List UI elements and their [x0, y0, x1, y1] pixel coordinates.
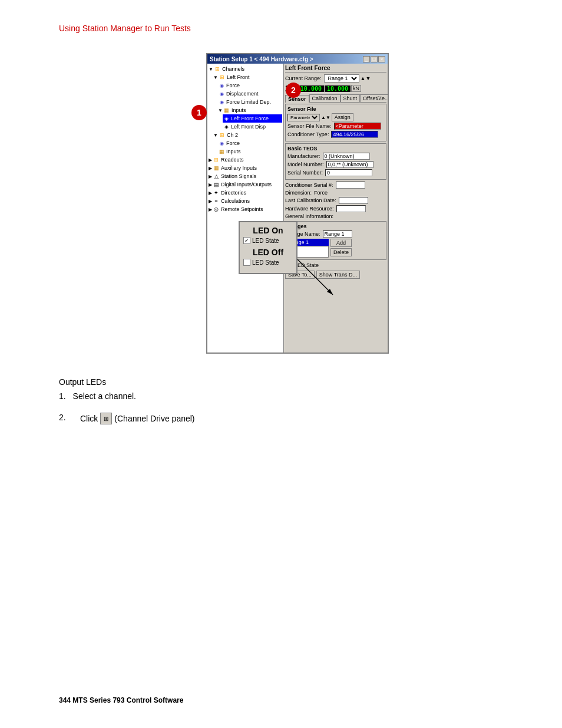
close-button[interactable]: × — [378, 56, 385, 62]
range-name-input[interactable] — [323, 230, 352, 238]
param-spinner[interactable]: ▲▼ — [321, 115, 330, 120]
dimension-row: Dimension: Force — [285, 190, 386, 196]
expand-icon: ▶ — [209, 207, 212, 212]
channels-icon: ⊞ — [214, 65, 221, 73]
tree-label-force-limited: Force Limited Dep. — [226, 99, 271, 105]
serial-row: Serial Number: 0 — [287, 169, 384, 176]
expand-icon: ▶ — [209, 174, 212, 179]
conditioner-type-label: Conditioner Type: — [287, 131, 329, 137]
ranges-title: Ranges — [287, 223, 384, 229]
tree-label-displacement: Displacement — [226, 91, 259, 97]
tab-calibration[interactable]: Calibration — [309, 94, 340, 102]
maximize-button[interactable]: □ — [371, 56, 378, 62]
tab-shunt[interactable]: Shunt — [340, 94, 361, 102]
tree-label-ch2-inputs: Inputs — [226, 149, 241, 154]
tree-item-left-front-force[interactable]: ◈ Left Front Force — [223, 114, 282, 123]
serial-value: 0 — [325, 169, 372, 176]
last-cal-input[interactable] — [339, 197, 368, 204]
left-front-disp-icon: ◈ — [223, 123, 230, 130]
manufacturer-row: Manufacturer: 0 (Unknown) — [287, 153, 384, 160]
readouts-icon: ⊞ — [213, 156, 220, 163]
model-row: Model Number: 0,0,** (Unknown) — [287, 161, 384, 168]
panel-title: Left Front Force — [285, 65, 386, 73]
tree-label-station-signals: Station Signals — [221, 173, 256, 179]
screenshot-container: Station Setup 1 < 494 Hardware.cfg > _ □… — [206, 53, 389, 354]
step2-rest-text: (Channel Drive panel) — [114, 414, 194, 423]
led-off-checkbox[interactable] — [243, 259, 250, 266]
led-on-checkbox-row: LED State — [243, 237, 293, 244]
sensor-file-title: Sensor File — [287, 106, 384, 112]
assign-button[interactable]: Assign — [332, 113, 353, 121]
tree-item-force-limited[interactable]: ◉ Force Limited Dep. — [218, 98, 282, 106]
tree-item-calculations[interactable]: ▶ ≡ Calculations — [209, 197, 282, 205]
tree-item-remote-setpoints[interactable]: ▶ ◎ Remote Setpoints — [209, 205, 282, 213]
minimize-button[interactable]: _ — [363, 56, 370, 62]
tree-label-left-front-force: Left Front Force — [231, 116, 269, 121]
tree-item-digital-io[interactable]: ▶ ▤ Digital Inputs/Outputs — [209, 180, 282, 189]
window-title: Station Setup 1 < 494 Hardware.cfg > — [210, 56, 313, 62]
calculations-icon: ≡ — [213, 197, 220, 205]
tree-label-calculations: Calculations — [221, 198, 250, 204]
last-cal-label: Last Calibration Date: — [285, 197, 336, 203]
tree-label-left-front-disp: Left Front Disp — [231, 124, 266, 130]
ch2-force-icon: ◉ — [218, 140, 225, 147]
current-range-row: Current Range: Range 1 ▲▼ — [285, 74, 386, 83]
step2-content: Click ⊞ (Channel Drive panel) — [80, 413, 195, 424]
tree-label-digital-io: Digital Inputs/Outputs — [221, 182, 272, 187]
force-icon: ◉ — [218, 82, 225, 89]
remote-setpoints-icon: ◎ — [213, 206, 220, 213]
step2-click-text: Click — [80, 414, 98, 423]
right-panel: Left Front Force Current Range: Range 1 … — [284, 64, 388, 353]
tree-item-left-front-disp[interactable]: ◈ Left Front Disp — [223, 123, 282, 131]
model-value: 0,0,** (Unknown) — [326, 161, 373, 168]
digital-io-icon: ▤ — [213, 181, 220, 188]
tab-offset[interactable]: Offset/Ze... — [360, 94, 388, 102]
expand-icon: ▶ — [209, 157, 212, 163]
current-range-select[interactable]: Range 1 — [324, 74, 359, 83]
led-on-checkbox[interactable] — [243, 237, 250, 244]
tree-item-ch2-inputs[interactable]: ▦ Inputs — [218, 147, 282, 156]
teds-group: Basic TEDS Manufacturer: 0 (Unknown) Mod… — [285, 143, 386, 180]
expand-icon: ▼ — [218, 108, 223, 113]
param-sets-select[interactable]: Parameter Sets — [287, 114, 320, 121]
window-controls: _ □ × — [363, 56, 385, 62]
manufacturer-label: Manufacturer: — [287, 153, 320, 159]
tree-item-force[interactable]: ◉ Force — [218, 81, 282, 90]
last-cal-row: Last Calibration Date: — [285, 197, 386, 204]
aux-inputs-icon: ▦ — [213, 164, 220, 172]
tree-panel: ▼ ⊞ Channels ▼ ⊞ Left Front ◉ Force — [207, 64, 284, 353]
tree-item-inputs[interactable]: ▼ ▦ Inputs — [218, 106, 282, 114]
page-footer: 344 MTS Series 793 Control Software — [59, 696, 183, 704]
step1-text: Select a channel. — [73, 391, 136, 401]
expand-icon: ▶ — [209, 199, 212, 204]
delete-range-button[interactable]: Delete — [330, 248, 352, 256]
output-leds-label: Output LEDs — [59, 377, 195, 387]
callout-1: 1 — [191, 105, 207, 120]
hw-resource-label: Hardware Resource: — [285, 206, 334, 212]
tree-item-station-signals[interactable]: ▶ △ Station Signals — [209, 172, 282, 180]
expand-icon: ▶ — [209, 190, 212, 196]
hw-resource-input[interactable] — [336, 205, 366, 212]
tree-item-aux-inputs[interactable]: ▶ ▦ Auxiliary Inputs — [209, 164, 282, 172]
tree-item-ch2[interactable]: ▼ ⊞ Ch 2 — [213, 131, 282, 139]
tree-label-ch2-force: Force — [226, 140, 240, 146]
tree-item-directories[interactable]: ▶ ✦ Directories — [209, 189, 282, 197]
tree-item-readouts[interactable]: ▶ ⊞ Readouts — [209, 156, 282, 164]
expand-icon: ▶ — [209, 166, 212, 171]
add-range-button[interactable]: Add — [330, 239, 352, 247]
sensor-file-value: <Parameter — [334, 123, 381, 130]
general-info-label: General Information: — [285, 213, 333, 219]
conditioner-serial-input[interactable] — [336, 182, 365, 189]
expand-icon: ▼ — [213, 75, 218, 80]
ranges-group: Ranges Range Name: Range 1 Add Delete — [285, 221, 386, 260]
left-front-force-icon: ◈ — [223, 115, 230, 122]
ch2-inputs-icon: ▦ — [218, 148, 225, 155]
tree-item-displacement[interactable]: ◉ Displacement — [218, 90, 282, 98]
channel-drive-icon[interactable]: ⊞ — [100, 413, 112, 424]
tree-label-channels: Channels — [222, 66, 244, 72]
tree-item-channels[interactable]: ▼ ⊞ Channels — [209, 65, 282, 73]
range-spinner[interactable]: ▲▼ — [361, 75, 371, 81]
dimension-label: Dimension: — [285, 190, 312, 196]
tree-item-ch2-force[interactable]: ◉ Force — [218, 139, 282, 147]
tree-item-left-front[interactable]: ▼ ⊞ Left Front — [213, 73, 282, 81]
